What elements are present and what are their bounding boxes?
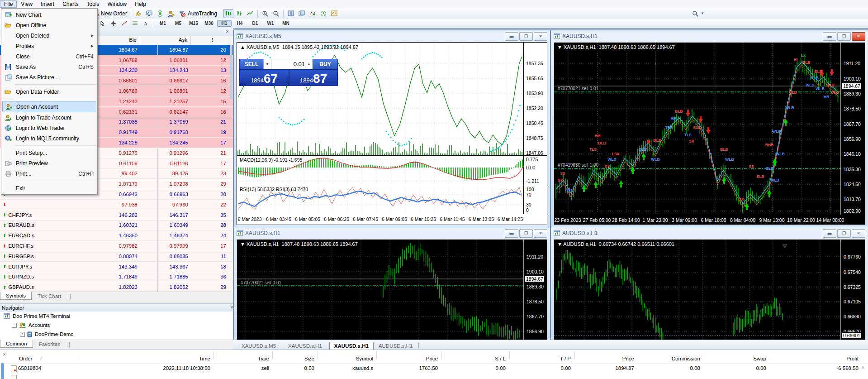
market-watch-row[interactable]: ⬆EURNZD.s1.718491.7188536	[0, 272, 233, 283]
trendline-icon[interactable]	[119, 19, 129, 28]
file-menu-item-save-as-picture-[interactable]: Save As Picture...	[1, 72, 97, 82]
close-button[interactable]: ✕	[534, 229, 547, 238]
market-watch-row[interactable]: ⬆EURGBP.s0.880740.8808511	[0, 251, 233, 262]
market-watch-row[interactable]: ⬆EURAUD.s1.603211.6034928	[0, 221, 233, 231]
text-icon[interactable]: A	[141, 19, 151, 28]
window-titlebar[interactable]: XAUUSD.s,M5 ▬ ❐ ✕	[234, 30, 550, 42]
market-watch-row[interactable]: ⬇97.93897.96022	[0, 200, 233, 210]
file-menu-item-login-to-web-trader[interactable]: Login to Web Trader	[1, 123, 97, 133]
menu-file[interactable]: File	[0, 0, 17, 8]
file-menu-item-print-setup-[interactable]: Print Setup...	[1, 148, 97, 158]
menu-help[interactable]: Help	[131, 0, 150, 8]
file-menu-item-exit[interactable]: Exit	[1, 183, 97, 193]
menu-view[interactable]: View	[17, 0, 37, 8]
file-menu-item-close[interactable]: CloseCtrl+F4	[1, 51, 97, 62]
tab-tick-chart[interactable]: Tick Chart	[32, 292, 67, 300]
restore-button[interactable]: ❐	[519, 229, 533, 238]
search-dropdown-icon[interactable]: ▼	[701, 11, 705, 15]
tab-favorites[interactable]: Favorites	[33, 340, 66, 348]
file-menu-item-open-data-folder[interactable]: Open Data Folder	[1, 86, 97, 97]
close-button[interactable]: ✕	[852, 32, 865, 41]
market-watch-row[interactable]: ⬆CHFJPY.s146.282146.31735	[0, 210, 233, 221]
cursor-icon[interactable]	[97, 19, 107, 28]
file-menu-item-save-as[interactable]: Save AsCtrl+S	[1, 62, 97, 72]
close-button[interactable]: ✕	[852, 229, 865, 238]
timeframe-d1[interactable]: D1	[248, 20, 262, 27]
search-icon[interactable]	[690, 9, 700, 18]
file-menu-item-open-offline[interactable]: Open Offline	[1, 20, 97, 30]
menu-tools[interactable]: Tools	[83, 0, 104, 8]
market-watch-close-icon[interactable]: ✕	[224, 29, 230, 35]
zoom-in-icon[interactable]	[260, 9, 270, 18]
timeframe-m5[interactable]: M5	[171, 20, 185, 27]
tree-item-dooprime-demo[interactable]: +DooPrime-Demo	[0, 330, 233, 339]
tree-item-accounts[interactable]: −Accounts	[0, 321, 233, 330]
expand-icon[interactable]: +	[20, 332, 25, 337]
bars-icon[interactable]	[223, 9, 233, 18]
linechart-icon[interactable]	[245, 9, 255, 18]
timeframe-h1[interactable]: H1	[217, 20, 232, 27]
menu-window[interactable]: Window	[104, 0, 131, 8]
market-watch-row[interactable]: ⬆EURJPY.s143.349143.36718	[0, 262, 233, 272]
zoom-out-icon[interactable]	[271, 9, 281, 18]
gold-icon[interactable]	[133, 9, 143, 18]
experts-icon[interactable]	[144, 9, 154, 18]
timeframe-mn[interactable]: MN	[279, 20, 293, 27]
close-button[interactable]: ✕	[534, 32, 547, 41]
tree-item-doo-prime-mt4-terminal[interactable]: Doo Prime MT4 Terminal	[0, 312, 233, 321]
chart-area-m5[interactable]: ▲ XAUUSD.s,M5 1894.15 1895.42 1893.92 18…	[237, 42, 547, 225]
close-order-icon[interactable]: ✕	[861, 365, 865, 370]
file-menu-item-profiles[interactable]: Profiles▶	[1, 41, 97, 51]
volume-input[interactable]: 0.01	[271, 59, 308, 69]
market-watch-scrollbar[interactable]	[230, 45, 232, 99]
chart-area-h1-top[interactable]: ▼ XAUUSD.s,H1 1887.48 1898.63 1886.65 18…	[554, 42, 865, 225]
volume-step-icon[interactable]: ▲	[305, 59, 313, 69]
menu-charts[interactable]: Charts	[58, 0, 82, 8]
restore-button[interactable]: ❐	[519, 32, 533, 41]
window-titlebar[interactable]: AUDUSD.s,H1 ▬ ❐ ✕	[551, 227, 868, 239]
collapse-icon[interactable]: −	[12, 323, 17, 328]
order-type-dropdown-icon[interactable]: ▼	[263, 59, 271, 69]
chart-tab-1[interactable]: XAUUSD.s,H1	[283, 342, 327, 350]
chart-tab-0[interactable]: XAUUSD.s,M5	[237, 342, 281, 350]
order-row[interactable]	[0, 374, 868, 379]
candles-icon[interactable]	[234, 9, 244, 18]
chart-tab-2[interactable]: XAUUSD.s,H1	[329, 342, 374, 350]
timeframe-h4[interactable]: H4	[232, 20, 247, 27]
periods-icon[interactable]	[318, 9, 328, 18]
restore-button[interactable]: ❐	[837, 32, 851, 41]
crosshair-icon[interactable]	[108, 19, 118, 28]
tab-common[interactable]: Common	[0, 340, 33, 348]
buy-button[interactable]: BUY	[313, 59, 338, 69]
file-menu-item-open-an-account[interactable]: Open an Account	[2, 101, 96, 112]
accounts-gear-icon[interactable]	[166, 9, 176, 18]
cascade-icon[interactable]	[297, 9, 307, 18]
file-menu-item-new-chart[interactable]: New Chart	[1, 10, 97, 20]
buy-price-panel[interactable]: 189487	[289, 69, 338, 86]
timeframe-w1[interactable]: W1	[263, 20, 278, 27]
autotrading-icon[interactable]	[177, 9, 187, 18]
file-menu-item-login-to-mql5-community[interactable]: SLogin to MQL5.community	[1, 133, 97, 144]
sell-price-panel[interactable]: 189467	[239, 69, 289, 86]
restore-button[interactable]: ❐	[837, 229, 851, 238]
window-titlebar[interactable]: XAUUSD.s,H1 ▬ ❐ ✕	[551, 30, 868, 42]
chart-area-h1-bottom[interactable]: ▼ XAUUSD.s,H1 1887.48 1898.63 1886.65 18…	[237, 239, 547, 348]
new-order-button[interactable]: New Order	[101, 10, 127, 17]
order-row[interactable]: 650198042022.11.18 10:38:50sell0.50xauus…	[0, 364, 868, 373]
window-titlebar[interactable]: XAUUSD.s,H1 ▬ ❐ ✕	[234, 227, 550, 239]
minimize-button[interactable]: ▬	[823, 229, 836, 238]
market-watch-row[interactable]: ⬆EURCAD.s1.463501.4637424	[0, 230, 233, 241]
market-watch-row[interactable]: ⬆GBPAUD.s1.820231.8205229	[0, 282, 233, 292]
signals-icon[interactable]	[155, 9, 165, 18]
file-menu-item-open-deleted[interactable]: Open Deleted▶	[1, 30, 97, 41]
file-menu-item-print-[interactable]: Print...Ctrl+P	[1, 168, 97, 179]
fib-icon[interactable]	[130, 19, 140, 28]
tab-symbols[interactable]: Symbols	[0, 292, 32, 300]
minimize-button[interactable]: ▬	[505, 32, 518, 41]
menu-insert[interactable]: Insert	[37, 0, 58, 8]
minimize-button[interactable]: ▬	[505, 229, 518, 238]
tile-icon[interactable]	[286, 9, 296, 18]
timeframe-m1[interactable]: M1	[156, 20, 170, 27]
timeframe-m15[interactable]: M15	[186, 20, 201, 27]
templates-icon[interactable]	[329, 9, 339, 18]
